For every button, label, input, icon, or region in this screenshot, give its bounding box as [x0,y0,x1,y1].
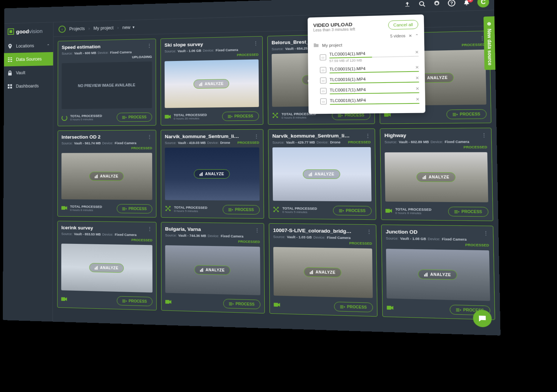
card-title: Narvik_kommune_Sentrum_live... [272,133,352,139]
card-thumbnail[interactable]: ANALYZE [386,249,490,301]
plus-circle-icon: ⊕ [487,21,491,26]
breadcrumb-item[interactable]: Projects [69,26,85,32]
svg-rect-16 [201,82,202,86]
processed-info: TOTAL PROCESSED0 hours 8 minutes [395,207,431,215]
analyze-button[interactable]: ANALYZE [194,169,230,179]
bell-icon[interactable] [462,0,471,6]
new-data-source-tab[interactable]: ⊕ New data source [484,16,496,70]
analyze-button[interactable]: ANALYZE [416,172,456,182]
card-thumbnail[interactable]: ANALYZE [272,147,371,201]
sidebar-item-data-sources[interactable]: Data Sources [4,52,53,67]
svg-rect-32 [61,206,65,209]
file-cancel-icon[interactable]: ✕ [415,86,419,91]
close-icon[interactable]: ✕ [409,34,412,38]
camera-icon [274,302,280,308]
grid-icon [7,57,12,62]
analyze-button[interactable]: ANALYZE [418,269,457,280]
sidebar-item-locations[interactable]: Locations ⌃ [4,39,53,53]
cancel-all-button[interactable]: Cancel all [388,20,419,30]
analyze-button[interactable]: ANALYZE [89,263,124,273]
sidebar-item-label: Dashboards [16,83,39,89]
process-button[interactable]: PROCESS [448,207,489,217]
data-source-card: Intersection OD 2 ⋮ Source:Vault - 561.7… [57,130,156,217]
card-title: Icerink survey [61,225,93,230]
card-thumbnail[interactable]: ANALYZE [165,59,259,108]
card-thumbnail[interactable]: ANALYZE [385,152,488,202]
process-button[interactable]: PROCESS [223,205,260,214]
file-cancel-icon[interactable]: ✕ [415,50,419,55]
process-button[interactable]: PROCESS [222,111,259,121]
breadcrumb-item[interactable]: My project [94,26,114,31]
card-menu-icon[interactable]: ⋮ [147,134,152,140]
process-button[interactable]: PROCESS [446,109,486,119]
cards-grid: Speed estimation ⋮ Source:Vault - 600 MB… [53,26,501,336]
card-menu-icon[interactable]: ⋮ [366,229,372,235]
svg-rect-8 [10,61,12,62]
svg-rect-17 [165,115,169,118]
analyze-button[interactable]: ANALYZE [304,267,342,278]
card-meta: Source:Vault - 429.77 MB Device:Drone PR… [272,140,371,145]
processed-info: TOTAL PROCESSED0 hours 0 minutes [70,114,102,121]
card-menu-icon[interactable]: ⋮ [365,133,371,139]
card-thumbnail[interactable]: NO PREVIEW IMAGE AVAILABLE [62,61,152,109]
back-button[interactable]: ‹ [59,26,66,33]
data-source-card: Junction OD ⋮ Source:Vault - 1.08 GB Dev… [381,224,495,320]
help-icon[interactable]: ? [447,0,456,7]
card-title: Speed estimation [62,44,100,50]
file-cancel-icon[interactable]: ✕ [415,75,419,80]
analyze-button[interactable]: ANALYZE [193,79,230,89]
data-source-card: Bulgaria, Varna ⋮ Source:Vault - 744.36 … [161,222,265,313]
status-badge: PROCESSED [237,53,258,57]
svg-rect-41 [310,173,310,176]
upload-icon[interactable] [403,0,412,8]
chevron-right-icon: › [88,26,90,31]
card-menu-icon[interactable]: ⋮ [481,132,487,139]
card-thumbnail[interactable]: ANALYZE [61,153,152,200]
card-menu-icon[interactable]: ⋮ [254,133,259,139]
process-button[interactable]: PROCESS [334,302,373,312]
gear-icon[interactable] [432,0,441,7]
folder-icon [313,43,319,48]
breadcrumb-current[interactable]: new ▼ [122,25,135,30]
sidebar-item-label: Locations [16,43,34,49]
analyze-button[interactable]: ANALYZE [303,169,340,179]
upload-file-item: ▭ TLC00014(1).MP4 ✕ 57.59 MB of 120 MB [314,50,419,63]
card-thumbnail[interactable]: ANALYZE [165,245,260,295]
avatar[interactable]: C [477,0,489,7]
card-thumbnail[interactable]: ANALYZE [165,147,260,201]
card-title: 10007-S-LIVE_colorado_bridge_6... [273,228,353,234]
pin-icon [7,44,12,49]
analyze-button[interactable]: ANALYZE [194,265,230,275]
upload-folder: My project [313,41,419,48]
card-thumbnail[interactable]: ANALYZE [273,247,373,298]
card-meta: Source:Vault - 600 MB Device:Fixed Camer… [62,50,152,61]
card-menu-icon[interactable]: ⋮ [253,40,258,46]
process-button[interactable]: PROCESS [117,296,153,306]
svg-rect-12 [8,87,10,89]
svg-rect-7 [8,61,10,62]
svg-rect-34 [200,173,201,176]
process-button[interactable]: PROCESS [117,112,152,122]
card-meta: Source:Vault - 1.08 GB Device:Fixed Came… [386,236,489,247]
analyze-button[interactable]: ANALYZE [89,172,124,181]
file-cancel-icon[interactable]: ✕ [416,97,420,102]
file-cancel-icon[interactable]: ✕ [415,65,419,70]
card-menu-icon[interactable]: ⋮ [147,226,153,232]
svg-rect-53 [97,266,98,269]
sidebar-item-dashboards[interactable]: Dashboards [4,79,53,93]
card-menu-icon[interactable]: ⋮ [254,227,260,233]
process-button[interactable]: PROCESS [223,299,260,309]
process-button[interactable]: PROCESS [117,204,152,214]
card-menu-icon[interactable]: ⋮ [483,230,489,236]
process-button[interactable]: PROCESS [333,206,372,216]
card-menu-icon[interactable]: ⋮ [147,43,152,49]
file-progress [330,71,419,73]
sidebar-item-vault[interactable]: Vault [4,66,53,80]
svg-rect-55 [200,270,200,271]
search-icon[interactable] [418,0,426,7]
file-name: TLC00015(1).MP4 [330,65,415,71]
status-badge: PROCESSED [349,241,372,246]
svg-rect-50 [385,209,390,213]
chevron-up-icon[interactable]: ⌃ [415,33,418,38]
card-thumbnail[interactable]: ANALYZE [61,243,153,292]
